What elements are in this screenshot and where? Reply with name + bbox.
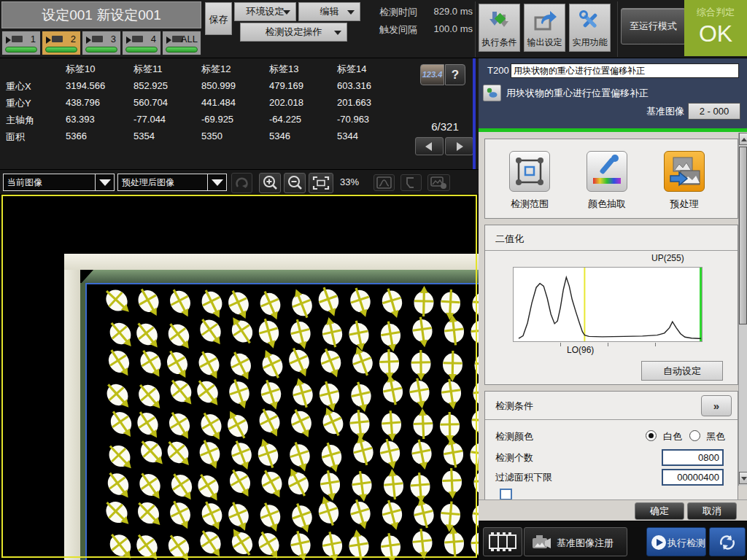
scene-tab-1[interactable]: 1 [1, 31, 41, 55]
prev-page-button[interactable] [415, 137, 444, 155]
detected-blobs-overlay [0, 194, 479, 560]
column-header: 标签11 [133, 63, 163, 76]
unit-icon-button[interactable] [483, 85, 501, 101]
scene-tab-all[interactable]: ALL [162, 31, 201, 55]
detection-region-label: 检测范围 [489, 198, 570, 211]
detection-region-button[interactable] [509, 151, 550, 192]
next-page-button[interactable] [445, 137, 473, 155]
profile-view-button[interactable] [400, 174, 422, 191]
status-bar-green [45, 47, 77, 52]
help-button[interactable]: ? [445, 64, 465, 85]
inspection-ops-dropdown[interactable]: 检测设定操作 [240, 23, 347, 42]
scrollbar-thumb[interactable] [739, 147, 747, 324]
histogram-plot[interactable] [513, 267, 703, 342]
ok-button[interactable]: 确定 [635, 502, 684, 520]
row-label: 重心X [6, 80, 31, 93]
unit-title-input[interactable] [511, 63, 739, 78]
preprocess-label: 预处理 [644, 198, 724, 211]
camera-icon-body [92, 36, 103, 42]
fit-to-screen-button[interactable] [309, 173, 333, 193]
save-button[interactable]: 保存 [205, 2, 232, 35]
scene-tab-4[interactable]: 4 [122, 31, 161, 55]
color-extract-button[interactable] [587, 151, 627, 192]
table-cell: 852.925 [133, 80, 168, 91]
table-cell: 441.484 [201, 97, 236, 108]
zoom-in-button[interactable] [259, 173, 281, 193]
scene-title: 设定001 新设定001 [1, 1, 201, 28]
binarization-group: 二值化 UP(255) LO(96) 自动设定 [484, 225, 738, 385]
numeric-view-toggle[interactable]: 123.4 [420, 64, 444, 85]
fit-to-screen-icon [309, 174, 333, 192]
cancel-button[interactable]: 取消 [687, 502, 737, 520]
exec-condition-button[interactable]: 执行条件 [479, 4, 520, 52]
exec-condition-icon [487, 9, 512, 34]
env-settings-label: 环境设定 [247, 6, 285, 17]
camera-image-viewport[interactable] [0, 194, 479, 560]
condition-title: 检测条件 [495, 400, 533, 413]
camera-icon-body [132, 36, 143, 42]
scroll-up-button[interactable] [739, 133, 747, 145]
tab-label: 3 [111, 34, 116, 44]
top-header: 设定001 新设定001 保存 环境设定 编辑 检测设定操作 1 2 3 [0, 0, 747, 58]
histogram-view-button[interactable] [374, 174, 395, 191]
radio-black-label: 黑色 [706, 430, 725, 443]
zoom-out-button[interactable] [284, 173, 306, 193]
preprocess-button[interactable] [664, 151, 705, 192]
output-settings-button[interactable]: 输出设定 [524, 4, 565, 52]
partial-checkbox[interactable] [500, 489, 512, 499]
panel-scrollbar[interactable] [738, 133, 747, 486]
radio-white[interactable] [646, 430, 657, 441]
histogram-curve [514, 268, 702, 341]
axis-tick [655, 343, 656, 346]
register-reference-label: 基准图像注册 [557, 537, 614, 550]
scene-tab-3[interactable]: 3 [82, 31, 121, 55]
register-reference-button[interactable]: 基准图像注册 [524, 527, 627, 556]
profile-view-icon [401, 175, 421, 190]
continuous-run-button[interactable] [709, 527, 746, 556]
utility-button[interactable]: 实用功能 [569, 4, 611, 52]
run-measure-button[interactable]: 执行检测 [646, 527, 706, 556]
env-settings-dropdown[interactable]: 环境设定 [234, 2, 296, 21]
status-bar-green [85, 47, 117, 52]
table-cell: 438.796 [66, 97, 100, 108]
camera-icon [46, 36, 51, 44]
scene-tab-2[interactable]: 2 [42, 31, 81, 55]
detect-count-input[interactable]: 0800 [662, 449, 724, 466]
to-run-mode-button[interactable]: 至运行模式 [621, 8, 686, 44]
exec-condition-label: 执行条件 [479, 36, 519, 49]
table-cell: 5350 [201, 131, 222, 141]
chevron-down-icon [347, 10, 355, 15]
judgement-value: OK [684, 20, 747, 47]
scroll-down-button[interactable] [739, 472, 747, 484]
image-source-dropdown[interactable]: 当前图像 [3, 174, 115, 191]
settings-scroll-area: 检测范围 颜色抽取 [479, 132, 747, 499]
tab-label: 4 [151, 34, 156, 44]
display-mode-dropdown[interactable]: 预处理后图像 [117, 174, 227, 191]
row-label: 面积 [6, 131, 25, 144]
filter-area-input[interactable]: 00000400 [662, 469, 724, 486]
table-cell: -64.225 [269, 114, 301, 125]
radio-black[interactable] [689, 430, 700, 441]
status-bar-green [166, 47, 198, 52]
panel-footer: 确定 取消 [479, 499, 747, 521]
chevron-down-icon [207, 174, 226, 190]
table-cell: 5344 [337, 131, 358, 141]
reference-image-value[interactable]: 2 - 000 [688, 103, 740, 120]
tab-label: 1 [31, 34, 36, 44]
expand-button[interactable]: » [701, 395, 732, 416]
image-settings-button[interactable] [427, 174, 450, 191]
chevron-down-icon [283, 10, 290, 15]
zoom-level: 33% [340, 176, 359, 187]
measurement-table: 标签10 标签11 标签12 标签13 标签14 重心X 3194.566 85… [0, 58, 479, 169]
table-cell: 63.393 [66, 114, 95, 125]
camera-icon [166, 36, 171, 44]
edit-dropdown[interactable]: 编辑 [298, 2, 360, 21]
table-cell: 5346 [269, 131, 290, 141]
table-cell: 201.663 [337, 97, 371, 108]
camera-icon-body [12, 36, 23, 42]
table-cell: 202.018 [269, 97, 303, 108]
refresh-button[interactable] [231, 173, 252, 193]
filmstrip-button[interactable] [483, 527, 522, 556]
auto-set-button[interactable]: 自动设定 [641, 361, 723, 381]
gravity-correction-icon [484, 85, 500, 101]
